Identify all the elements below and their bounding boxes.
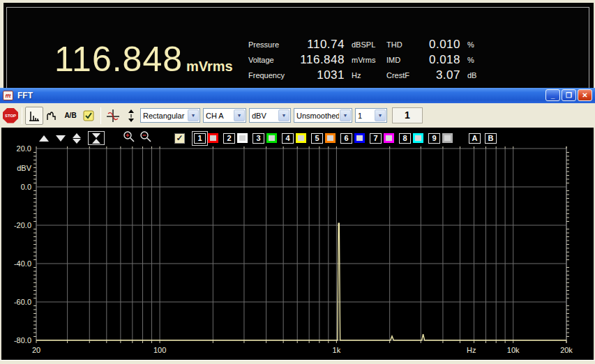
svg-text:dBV: dBV [17, 164, 31, 172]
thd-label: THD [386, 40, 421, 49]
voltage-label: Voltage [248, 56, 294, 64]
minimize-button[interactable]: _ [545, 89, 560, 101]
zoom-out-icon [140, 130, 152, 143]
overlay-color-swatch-7[interactable] [384, 133, 394, 143]
svg-text:1k: 1k [333, 346, 341, 354]
svg-text:Hz: Hz [467, 346, 476, 354]
overlay-color-swatch-5[interactable] [325, 133, 336, 143]
fft-plot[interactable]: 20.0dBV0.0-20.0-40.0-60.0-80.0201001kHz1… [1, 128, 594, 360]
window-function-select[interactable]: Rectangular ▼ [140, 108, 200, 123]
overlay-color-swatch-3[interactable] [266, 133, 277, 143]
zoom-in-icon [123, 130, 135, 143]
memory-buttons: AB [469, 133, 501, 144]
overlay-button-5[interactable]: 5 [311, 133, 323, 144]
window-title: FFT [17, 91, 33, 100]
spectrum-icon [28, 109, 40, 122]
pressure-label: Pressure [248, 40, 294, 49]
triangle-up-icon [92, 139, 100, 144]
fft-graph-area: 20.0dBV0.0-20.0-40.0-60.0-80.0201001kHz1… [0, 128, 595, 360]
svg-text:20: 20 [32, 346, 40, 354]
svg-text:-60.0: -60.0 [14, 298, 31, 306]
ab-compare-icon: A/B [64, 112, 76, 119]
channel-select[interactable]: CH A ▼ [203, 108, 246, 123]
frequency-value: 1031 [294, 68, 349, 82]
ab-compare-button[interactable]: A/B [61, 107, 80, 125]
chevron-down-icon: ▼ [278, 109, 289, 121]
chevron-down-icon: ▼ [375, 109, 386, 121]
stop-button[interactable]: STOP [2, 107, 19, 124]
svg-text:100: 100 [153, 346, 166, 354]
smoothing-select[interactable]: Unsmoothed ▼ [294, 108, 352, 123]
maximize-button[interactable]: ❐ [562, 89, 576, 101]
chevron-down-icon: ▼ [340, 109, 351, 121]
pressure-value: 110.74 [294, 38, 349, 52]
zoom-out-button[interactable] [140, 130, 152, 146]
overlay-color-swatch-2[interactable] [237, 133, 248, 143]
overlay-color-swatch-6[interactable] [354, 133, 365, 143]
units-select[interactable]: dBV ▼ [249, 108, 291, 123]
voltage-value: 116.848 [294, 53, 349, 67]
overlay-button-4[interactable]: 4 [282, 133, 294, 144]
measurement-setup-button[interactable] [80, 107, 98, 125]
overlay-button-7[interactable]: 7 [370, 133, 382, 144]
svg-text:-80.0: -80.0 [14, 336, 31, 344]
fft-window: fft FFT _ ❐ ✕ STOP A/B [0, 88, 595, 364]
scale-down-button[interactable] [56, 135, 66, 142]
triangle-up-icon [39, 135, 49, 142]
voltage-unit: mVrms [349, 56, 386, 64]
overlay-color-swatch-4[interactable] [296, 133, 306, 143]
scale-up-button[interactable] [39, 135, 49, 142]
thd-value: 0.010 [421, 38, 465, 52]
average-count-display: 1 [392, 107, 423, 123]
overlay-button-1[interactable]: 1 [194, 133, 206, 144]
close-button[interactable]: ✕ [578, 89, 592, 101]
overlay-color-swatch-1[interactable] [208, 133, 218, 143]
fit-range-button[interactable] [88, 131, 105, 145]
svg-text:10k: 10k [507, 346, 520, 354]
imd-label: IMD [386, 56, 421, 64]
svg-text:20k: 20k [560, 346, 573, 354]
range-expand-button[interactable] [73, 133, 81, 144]
toolbar-separator [22, 107, 22, 124]
overlay-button-8[interactable]: 8 [399, 133, 411, 144]
fft-titlebar: fft FFT _ ❐ ✕ [0, 88, 595, 103]
overlay-button-9[interactable]: 9 [428, 133, 440, 144]
fft-app-icon[interactable]: fft [3, 91, 13, 100]
chevron-down-icon: ▼ [234, 109, 245, 121]
overlay-enable-checkbox[interactable]: ✓ [174, 133, 185, 144]
frequency-label: Frequency [248, 71, 294, 79]
spectrum-mode-button[interactable] [25, 107, 43, 125]
measurement-grid: Pressure 110.74 dBSPL THD 0.010 % Voltag… [248, 37, 483, 83]
triangle-down-icon [56, 135, 66, 142]
chevron-down-icon: ▼ [188, 109, 199, 121]
window-bottom-edge [0, 360, 595, 364]
svg-text:-40.0: -40.0 [14, 259, 31, 268]
crestf-value: 3.07 [421, 68, 465, 82]
fit-vertical-button[interactable] [122, 107, 140, 125]
overlay-buttons: 123456789 [194, 133, 458, 144]
overlay-button-6[interactable]: 6 [340, 133, 352, 144]
overlay-color-swatch-9[interactable] [442, 133, 453, 143]
graph-control-strip: ✓ 123456789 AB [1, 129, 591, 147]
memory-button-a[interactable]: A [469, 133, 481, 144]
memory-button-b[interactable]: B [485, 133, 497, 144]
time-record-button[interactable] [43, 107, 61, 125]
averages-select[interactable]: 1 ▼ [355, 108, 387, 123]
frequency-unit: Hz [349, 71, 386, 79]
overlay-button-2[interactable]: 2 [223, 133, 235, 144]
overlay-color-swatch-8[interactable] [413, 133, 423, 143]
stop-sign-icon: STOP [3, 108, 18, 123]
big-readout: 116.848 mVrms [54, 39, 233, 79]
setup-checklist-icon [82, 109, 95, 122]
cursor-marker-button[interactable] [104, 107, 122, 125]
signal-record-icon [46, 109, 59, 122]
triangle-up-icon [73, 133, 81, 138]
overlay-button-3[interactable]: 3 [253, 133, 264, 144]
fft-toolbar: STOP A/B [0, 103, 595, 128]
svg-text:-20.0: -20.0 [14, 221, 31, 229]
toolbar-separator [100, 107, 101, 124]
meter-panel: 116.848 mVrms Pressure 110.74 dBSPL THD … [0, 0, 595, 88]
zoom-in-button[interactable] [123, 130, 135, 146]
svg-text:0.0: 0.0 [21, 183, 31, 191]
crestf-label: CrestF [386, 71, 421, 79]
